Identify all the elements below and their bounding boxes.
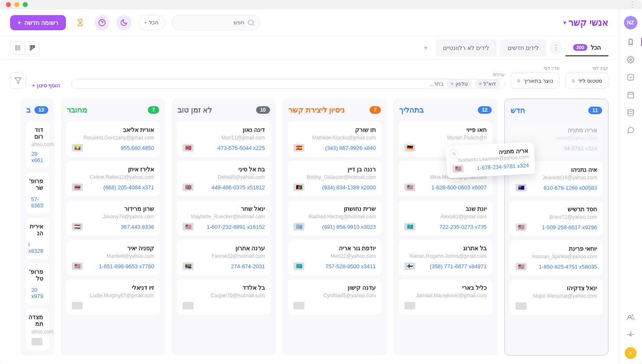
card-phone[interactable]: 1-628-600-0603 x6007 xyxy=(431,184,487,191)
contact-card[interactable]: כליל באריJamaal.Macejkovic@gmail.com xyxy=(398,279,493,314)
column-header: 13ב xyxy=(26,104,49,117)
card-name: יודפת גור אריה xyxy=(293,245,376,251)
tasks-icon[interactable] xyxy=(626,72,636,82)
table-view-button[interactable] xyxy=(10,42,25,54)
settings-bottom-icon[interactable] xyxy=(626,330,636,340)
contact-card[interactable]: פרופ' טל20 x979 xyxy=(26,263,49,304)
card-phone[interactable]: 955.680.4850 xyxy=(121,145,154,151)
contact-card[interactable]: בל אלדדCooper70@hotmail.com xyxy=(177,279,271,314)
contact-card[interactable]: שרון מרידורJovany74@yahoo.com367.443.833… xyxy=(66,200,160,236)
card-phone[interactable]: (934) 834-1389 x2000 xyxy=(322,184,376,191)
contact-card[interactable]: ערנה אחרוןFannie32@hotmail.com274-874-20… xyxy=(177,240,271,275)
contact-card[interactable]: ינאל שחרMaybelle_Ruecker@hotmail.com1-60… xyxy=(177,200,271,236)
maximize-window[interactable] xyxy=(23,2,28,7)
group-by-select[interactable]: סטטוס ליד ⇅ xyxy=(565,73,608,89)
card-phone[interactable]: (668) 205-4084 x371 xyxy=(103,184,154,191)
contact-card[interactable]: ינאל צדקיהוMajor.Weissnat@yahoo.com xyxy=(510,280,603,315)
card-phone[interactable]: 34-9781 x324 xyxy=(563,145,597,152)
whatsapp-icon[interactable] xyxy=(626,125,636,135)
contact-card[interactable]: אלירז איתןCeline.Ratke12@yahoo.com(668) … xyxy=(66,161,160,196)
card-phone[interactable]: 757-528-9500 x3411 xyxy=(325,263,376,270)
values-select[interactable]: דוא"ל× טלפון× xyxy=(71,79,505,89)
new-record-button[interactable]: רשומה חדשה + xyxy=(10,15,66,30)
card-phone[interactable]: 28 x661 xyxy=(31,151,43,163)
titlebar-menu[interactable]: ⋮ xyxy=(629,0,636,9)
card-phone[interactable]: 1-850-825-4751 x58035 xyxy=(539,264,597,270)
card-phone[interactable]: l x8328 xyxy=(29,241,43,254)
card-phone[interactable]: 449-486-0375 x51812 xyxy=(212,184,265,191)
card-phone[interactable]: 367.443.8336 xyxy=(121,224,154,230)
card-phone[interactable]: (691) 858-9910 x3023 xyxy=(322,224,376,230)
card-phone[interactable]: (343) 867-9926 x840 xyxy=(325,145,376,151)
help-icon[interactable] xyxy=(94,15,110,30)
dragging-card[interactable]: ✎ אריה מתניה Norberto.Leannon@yahoo.com … xyxy=(445,142,535,178)
chip-email[interactable]: דוא"ל× xyxy=(474,79,500,88)
moon-icon[interactable] xyxy=(116,15,131,30)
card-phone[interactable]: 274-874-2031 xyxy=(231,263,265,270)
card-phone[interactable]: 473-676-5044 x225 xyxy=(217,145,265,151)
plus-icon: + xyxy=(32,82,35,89)
database-icon[interactable] xyxy=(626,107,636,118)
filter-all-label: הכל xyxy=(149,19,159,26)
workspace-avatar[interactable]: NZ xyxy=(624,16,637,29)
filter-icon-button[interactable] xyxy=(10,73,26,89)
tab-new-leads[interactable]: לידים חדשים xyxy=(500,39,546,56)
users-icon[interactable] xyxy=(626,312,636,322)
contact-card[interactable]: רננה בן דייןBobby_Gislason@hotmail.com(9… xyxy=(288,161,382,196)
contact-card[interactable]: בת אל סיניDelta95@yahoo.com449-486-0375 … xyxy=(177,161,271,196)
contact-card[interactable]: שרית נחושתןRashad.Herzog@hotmail.com(691… xyxy=(288,200,382,236)
minimize-window[interactable] xyxy=(14,2,19,7)
contact-card[interactable]: עדנה קישוןCynthia45@yahoo.com xyxy=(288,279,382,314)
nav-contacts-icon[interactable] xyxy=(626,37,636,47)
card-phone[interactable]: 57-8363 xyxy=(31,196,43,209)
card-phone[interactable]: 1-607-232-8891 x16152 xyxy=(207,224,265,230)
kanban-column: 7ניסיון ליצירת קשרתו שורקMathilde.Klocko… xyxy=(283,99,387,356)
contact-card[interactable]: דוד רוםahoo.com28 x661 xyxy=(26,121,49,168)
svg-rect-7 xyxy=(30,45,31,50)
chip-phone[interactable]: טלפון× xyxy=(446,79,472,88)
card-email: Delta95@yahoo.com xyxy=(183,174,265,180)
contact-card[interactable]: פרופ' שר57-8363 xyxy=(26,173,49,214)
contact-card[interactable]: תו שורקMathilde.Klocko@gmail.com(343) 86… xyxy=(288,121,382,157)
contact-card[interactable]: יונת שנבAlexa81@gmail.com722-235-0273 x7… xyxy=(398,200,493,236)
filter-all-dropdown[interactable]: הכל ▾ xyxy=(138,15,165,30)
flag-icon xyxy=(293,302,304,309)
card-name: דינה נאון xyxy=(183,126,265,133)
search-input[interactable] xyxy=(172,15,260,30)
card-email: Hassan_Spinka@yahoo.com xyxy=(516,254,597,259)
hourglass-icon[interactable] xyxy=(73,15,88,30)
contact-card[interactable]: אורית אליאבRosalind.Gorczany@gmail.com95… xyxy=(66,121,160,157)
card-email: Jovany74@yahoo.com xyxy=(72,214,154,220)
tab-all[interactable]: הכל 200 xyxy=(566,39,608,56)
contact-card[interactable]: יוחאי פרינתHassan_Spinka@yahoo.com1-850-… xyxy=(510,240,603,275)
close-window[interactable] xyxy=(6,2,11,7)
contact-card[interactable]: זיו דניאליLudie.Murphy87@gmail.com xyxy=(66,279,160,314)
tab-menu-button[interactable]: ⋮ xyxy=(550,42,562,54)
card-phone[interactable]: (358) 771-6877 x84971 xyxy=(430,263,487,270)
contact-card[interactable]: מצדה תמahoo.com xyxy=(26,309,49,351)
card-phone[interactable]: 610-679-1266 x00583 xyxy=(544,185,597,191)
card-phone[interactable]: 1-651-896-9653 x7760 xyxy=(99,263,154,270)
calendar-icon[interactable] xyxy=(626,90,636,100)
contact-card[interactable]: חסד תרשישBrant72@yahoo.com1-509-258-8617… xyxy=(510,201,603,236)
card-phone[interactable]: 722-235-0273 x735 xyxy=(439,224,487,230)
user-avatar[interactable]: Y xyxy=(625,347,637,359)
kanban-view-button[interactable] xyxy=(25,42,39,54)
values-input[interactable] xyxy=(76,81,444,87)
add-filter-button[interactable]: הוסף סינון + xyxy=(32,82,60,89)
settings-icon[interactable] xyxy=(626,55,636,65)
sort-by-select[interactable]: נוצר בתאריך ⇅ xyxy=(511,73,560,89)
contact-card[interactable]: יודפת גור אריהMerl22@yahoo.com757-528-95… xyxy=(288,240,382,275)
page-title[interactable]: אנשי קשר ▾ xyxy=(563,17,608,28)
tab-irrelevant-leads[interactable]: לידים לא רלוונטיים xyxy=(435,39,497,56)
contact-card[interactable]: קסניה יאירMarilie8@yahoo.com1-651-896-96… xyxy=(66,240,160,275)
contact-card[interactable]: דינה נאוןMurl11@gmail.com473-676-5044 x2… xyxy=(177,121,271,157)
card-name: אריה מתניה xyxy=(516,127,597,134)
contact-card[interactable]: אירית הנl x8328 xyxy=(26,218,49,259)
remove-chip-icon[interactable]: × xyxy=(451,81,454,87)
card-phone[interactable]: 20 x979 xyxy=(31,287,43,299)
card-phone[interactable]: 1-509-258-8617 x9296 xyxy=(542,224,597,230)
contact-card[interactable]: בל אתרוגKieran.Rogahn-Johns@gmail.com(35… xyxy=(398,240,493,275)
add-tab-button[interactable]: + xyxy=(419,42,432,54)
remove-chip-icon[interactable]: × xyxy=(479,81,482,87)
